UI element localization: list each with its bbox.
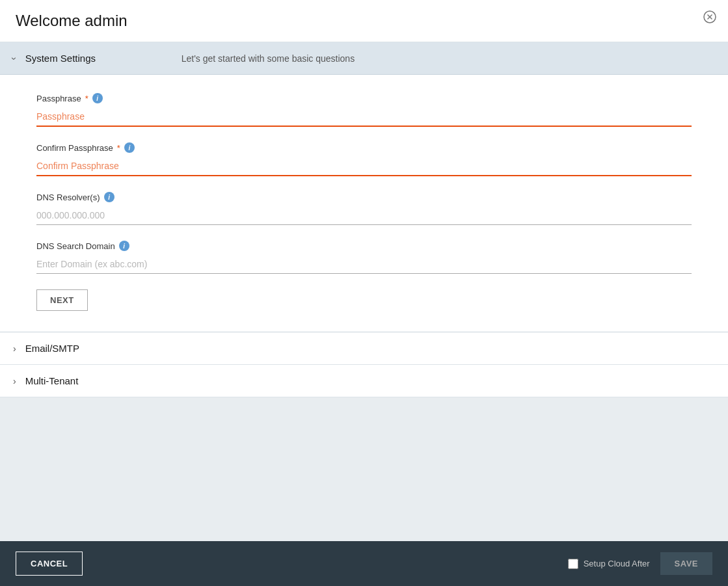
- dns-resolver-input[interactable]: [36, 206, 692, 225]
- dns-resolver-label: DNS Resolver(s) i: [36, 192, 692, 202]
- passphrase-label: Passphrase* i: [36, 93, 692, 103]
- system-settings-chevron-icon: ›: [9, 57, 20, 60]
- multi-tenant-section-header[interactable]: › Multi-Tenant: [0, 365, 728, 397]
- multi-tenant-chevron-icon: ›: [13, 376, 16, 386]
- dns-search-domain-input[interactable]: [36, 255, 692, 274]
- dns-search-domain-label: DNS Search Domain i: [36, 241, 692, 251]
- passphrase-info-icon[interactable]: i: [92, 93, 103, 103]
- dns-resolver-info-icon[interactable]: i: [104, 192, 115, 202]
- passphrase-required: *: [85, 94, 88, 103]
- cancel-button[interactable]: CANCEL: [16, 552, 83, 576]
- confirm-passphrase-input[interactable]: [36, 157, 692, 176]
- setup-cloud-checkbox[interactable]: [568, 559, 578, 569]
- footer-right: Setup Cloud After SAVE: [568, 552, 712, 575]
- main-content: › System Settings Let's get started with…: [0, 42, 728, 541]
- dns-resolver-group: DNS Resolver(s) i: [36, 192, 692, 225]
- confirm-passphrase-required: *: [117, 143, 120, 153]
- confirm-passphrase-label-text: Confirm Passphrase: [36, 143, 113, 153]
- confirm-passphrase-info-icon[interactable]: i: [124, 142, 135, 153]
- close-button[interactable]: [702, 9, 718, 25]
- empty-area: [0, 397, 728, 527]
- system-settings-section-header[interactable]: › System Settings Let's get started with…: [0, 42, 728, 75]
- passphrase-label-text: Passphrase: [36, 94, 81, 103]
- close-icon: [703, 10, 716, 23]
- page-title: Welcome admin: [16, 12, 712, 30]
- passphrase-input[interactable]: [36, 107, 692, 127]
- dns-resolver-label-text: DNS Resolver(s): [36, 193, 100, 202]
- multi-tenant-title: Multi-Tenant: [25, 375, 79, 386]
- passphrase-group: Passphrase* i: [36, 93, 692, 127]
- system-settings-content: Passphrase* i Confirm Passphrase* i DNS …: [0, 75, 728, 332]
- footer: CANCEL Setup Cloud After SAVE: [0, 541, 728, 586]
- system-settings-subtitle: Let's get started with some basic questi…: [182, 53, 355, 64]
- dns-search-domain-group: DNS Search Domain i: [36, 241, 692, 274]
- system-settings-title: System Settings: [25, 53, 129, 64]
- next-button[interactable]: NEXT: [36, 289, 88, 311]
- setup-cloud-label[interactable]: Setup Cloud After: [568, 559, 650, 569]
- header: Welcome admin: [0, 0, 728, 42]
- save-button[interactable]: SAVE: [660, 552, 712, 575]
- confirm-passphrase-label: Confirm Passphrase* i: [36, 142, 692, 153]
- dns-search-domain-info-icon[interactable]: i: [119, 241, 129, 251]
- dns-search-domain-label-text: DNS Search Domain: [36, 241, 115, 251]
- email-smtp-chevron-icon: ›: [13, 343, 16, 354]
- confirm-passphrase-group: Confirm Passphrase* i: [36, 142, 692, 176]
- setup-cloud-text: Setup Cloud After: [584, 559, 650, 568]
- email-smtp-title: Email/SMTP: [25, 343, 79, 354]
- email-smtp-section-header[interactable]: › Email/SMTP: [0, 332, 728, 365]
